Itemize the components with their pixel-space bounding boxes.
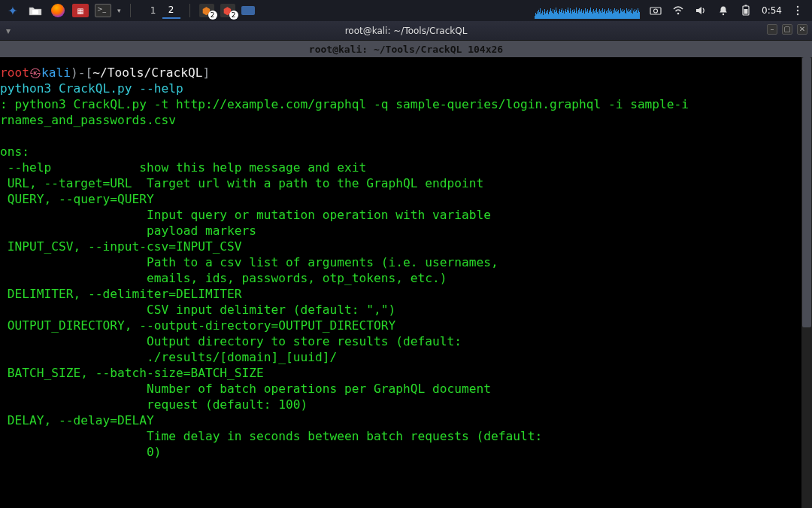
window-maximize-button[interactable]: ▢: [782, 24, 792, 35]
taskbar-dropdown-icon[interactable]: ▾: [117, 7, 121, 14]
svg-rect-7: [744, 9, 748, 14]
terminal-tab-title: root@kali: ~/Tools/CrackQL 104x26: [309, 44, 503, 55]
usage-line-2: rnames_and_passwords.csv: [0, 113, 176, 127]
svg-point-3: [677, 13, 680, 15]
power-menu-icon[interactable]: [791, 4, 804, 17]
wifi-icon[interactable]: [671, 4, 685, 17]
app-menu-button[interactable]: ✦: [5, 2, 21, 19]
workspace-2[interactable]: 2: [162, 2, 180, 19]
window-menu-icon[interactable]: ▾: [6, 26, 11, 36]
help-line: ./results/[domain]_[uuid]/: [0, 350, 337, 364]
help-line: DELAY, --delay=DELAY: [0, 413, 154, 427]
help-line: Number of batch operations per GraphQL d…: [0, 382, 491, 396]
window-close-button[interactable]: ✕: [797, 24, 807, 35]
scrollbar-thumb[interactable]: [802, 57, 811, 327]
prompt-path: ~/Tools/CrackQL: [92, 65, 202, 80]
cpu-usage-graph[interactable]: [535, 2, 640, 19]
window-minimize-button[interactable]: –: [767, 24, 777, 35]
help-line: QUERY, --query=QUERY: [0, 192, 154, 206]
terminal-tabbar[interactable]: root@kali: ~/Tools/CrackQL 104x26: [0, 41, 812, 57]
prompt-host: kali: [41, 65, 71, 80]
svg-point-9: [797, 10, 798, 11]
window-titlebar[interactable]: ▾ root@kali: ~/Tools/CrackQL – ▢ ✕: [0, 21, 812, 41]
terminal-launcher-button[interactable]: [95, 4, 111, 17]
help-line: 0): [0, 445, 161, 459]
battery-icon[interactable]: [739, 4, 753, 17]
task-badge-1[interactable]: ⬢2: [199, 4, 214, 17]
file-manager-button[interactable]: [27, 2, 44, 19]
clock-label[interactable]: 0:54: [762, 5, 782, 16]
usage-line-1: : python3 CrackQL.py -t http://example.c…: [0, 97, 689, 111]
help-line: INPUT_CSV, --input-csv=INPUT_CSV: [0, 239, 242, 254]
firefox-button[interactable]: [50, 2, 66, 19]
help-line: payload markers: [0, 224, 256, 238]
app-red-button[interactable]: ▦: [72, 4, 89, 17]
prompt-sep: ㉿: [29, 65, 41, 80]
options-header: ons:: [0, 144, 29, 159]
prompt-user: root: [0, 65, 29, 80]
help-line: Path to a csv list of arguments (i.e. us…: [0, 255, 498, 269]
system-taskbar: ✦ ▦ ▾ 1 2 ⬢2 ⬢2: [0, 0, 812, 21]
help-line: request (default: 100): [0, 397, 308, 412]
svg-rect-6: [745, 5, 747, 7]
task-badge-2[interactable]: ⬢2: [220, 4, 235, 17]
help-line: DELIMITER, --delimiter=DELIMITER: [0, 287, 242, 301]
window-title: root@kali: ~/Tools/CrackQL: [345, 26, 468, 36]
svg-point-8: [797, 6, 798, 8]
workspace-switcher: 1 2: [144, 2, 180, 19]
workspace-1[interactable]: 1: [144, 2, 162, 19]
notifications-icon[interactable]: [717, 4, 730, 17]
svg-point-10: [797, 14, 798, 15]
terminal-output[interactable]: root㉿kali)-[~/Tools/CrackQL] python3 Cra…: [0, 57, 812, 508]
help-line: Input query or mutation operation with v…: [0, 208, 491, 222]
help-line: Time delay in seconds between batch requ…: [0, 429, 542, 443]
help-line: Output directory to store results (defau…: [0, 334, 462, 348]
svg-rect-1: [650, 8, 661, 14]
help-line: CSV input delimiter (default: ","): [0, 303, 395, 317]
svg-point-2: [654, 9, 658, 13]
svg-point-4: [723, 14, 724, 15]
help-line: --help show this help message and exit: [0, 160, 366, 175]
help-line: URL, --target=URL Target url with a path…: [0, 176, 483, 190]
show-desktop-button[interactable]: [241, 6, 255, 15]
svg-rect-0: [32, 10, 38, 14]
terminal-scrollbar[interactable]: [801, 57, 812, 508]
prompt-command: python3 CrackQL.py --help: [0, 81, 183, 96]
volume-icon[interactable]: [694, 4, 707, 17]
help-line: OUTPUT_DIRECTORY, --output-directory=OUT…: [0, 318, 395, 333]
help-line: BATCH_SIZE, --batch-size=BATCH_SIZE: [0, 366, 264, 380]
help-line: emails, ids, passwords, otp_tokens, etc.…: [0, 271, 447, 285]
camera-icon[interactable]: [649, 4, 662, 17]
